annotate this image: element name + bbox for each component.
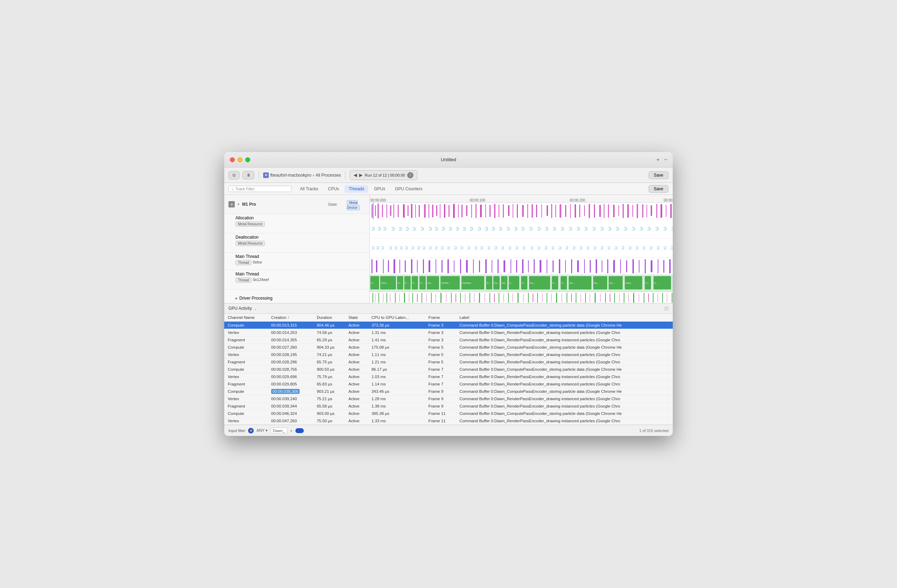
gpu-activity-title: GPU Activity: [228, 306, 252, 311]
svg-rect-67: [670, 204, 672, 218]
col-frame[interactable]: Frame: [425, 314, 456, 322]
add-tab-button[interactable]: +: [656, 157, 660, 163]
prev-run-button[interactable]: ◀: [354, 172, 357, 178]
table-row[interactable]: Fragment00:00.029,80565.83 μsActive1.14 …: [224, 381, 673, 388]
cell-label: Command Buffer 0:Dawn_ComputePassEncoder…: [456, 366, 673, 373]
cell-label: Command Buffer 0:Dawn_ComputePassEncoder…: [456, 410, 673, 417]
track-row-main-thread-1[interactable]: Main Thread Thread 0xfce: [224, 253, 369, 270]
track-row-m1pro[interactable]: ⊞ ▼ M1 Pro State Metal Device: [224, 195, 369, 214]
info-button[interactable]: i: [407, 172, 413, 178]
svg-text:Ͽ: Ͽ: [607, 245, 611, 251]
save-button[interactable]: Save: [649, 172, 669, 179]
table-row[interactable]: Compute00:00.013,315904.46 μsActive373.3…: [224, 322, 673, 329]
svg-rect-52: [599, 205, 601, 217]
tab-all-tracks[interactable]: All Tracks: [296, 185, 322, 193]
svg-rect-294: [517, 293, 519, 303]
cell-duration: 65.58 μs: [313, 403, 345, 410]
svg-text:Com...: Com...: [625, 282, 633, 284]
resize-handle[interactable]: ⊡: [664, 306, 669, 311]
table-row[interactable]: Fragment00:00.039,34465.58 μsActive1.38 …: [224, 403, 673, 410]
table-row[interactable]: Compute00:00.038,306903.21 μsActive343.4…: [224, 388, 673, 395]
track-row-deallocation[interactable]: Deallocation Metal Resource: [224, 233, 369, 253]
cell-frame: Frame 5: [425, 351, 456, 358]
table-row[interactable]: Compute00:00.046,324903.00 μsActive395.3…: [224, 410, 673, 417]
track-allocation-viz: Ͽ Ͽ Ͽ Ͽ Ͽ Ͽ Ͽ Ͽ Ͽ Ͽ Ͽ Ͽ Ͽ Ͽ Ͽ Ͽ Ͽ: [370, 219, 673, 239]
col-state[interactable]: State: [345, 314, 368, 322]
svg-rect-5: [386, 204, 387, 217]
svg-text:Ͽ: Ͽ: [600, 245, 603, 251]
col-label[interactable]: Label: [456, 314, 673, 322]
svg-text:Ͽ: Ͽ: [429, 245, 432, 251]
table-row[interactable]: Fragment00:00.028,29665.75 μsActive1.21 …: [224, 358, 673, 366]
gpu-activity-expand-icon[interactable]: ⌄: [254, 306, 257, 311]
table-row[interactable]: Compute00:00.027,260904.33 μsActive175.0…: [224, 344, 673, 351]
svg-text:C...: C...: [412, 282, 416, 284]
tab-gpu-counters[interactable]: GPU Counters: [391, 185, 426, 193]
svg-rect-190: [540, 260, 541, 273]
cell-creation: 00:00.029,805: [268, 381, 313, 388]
maximize-button[interactable]: [245, 157, 250, 162]
table-row[interactable]: Vertex00:00.028,19574.21 μsActive1.11 ms…: [224, 351, 673, 358]
play-run-button[interactable]: ▶: [359, 172, 363, 178]
svg-rect-183: [497, 259, 499, 273]
minimize-button[interactable]: [237, 157, 242, 162]
toggle-switch[interactable]: [295, 428, 304, 433]
filter-input[interactable]: Dawn_: [271, 427, 287, 434]
table-row[interactable]: Vertex00:00.014,25374.58 μsActive1.31 ms…: [224, 329, 673, 336]
svg-text:Ͽ: Ͽ: [494, 245, 497, 251]
svg-text:Ͽ: Ͽ: [400, 245, 403, 251]
sidebar-toggle-button[interactable]: −: [664, 157, 667, 163]
col-duration[interactable]: Duration: [313, 314, 345, 322]
svg-rect-322: [653, 293, 654, 303]
table-row[interactable]: Vertex00:00.047,26075.50 μsActive1.33 ms…: [224, 417, 673, 425]
svg-rect-193: [559, 259, 560, 273]
cell-creation: 00:00.039,240: [268, 395, 313, 403]
cell-channel: Compute: [224, 388, 268, 395]
cell-cpu_gpu_lat: 1.21 ms: [368, 358, 425, 366]
svg-text:Ͽ: Ͽ: [411, 245, 414, 251]
tab-gpus[interactable]: GPUs: [370, 185, 389, 193]
close-button[interactable]: [230, 157, 235, 162]
cell-label: Command Buffer 0:Dawn_RenderPassEncoder_…: [456, 403, 673, 410]
table-row[interactable]: Vertex00:00.029,69675.79 μsActive1.03 ms…: [224, 373, 673, 381]
cell-cpu_gpu_lat: 175.08 μs: [368, 344, 425, 351]
svg-rect-17: [436, 205, 437, 216]
gpu-activity-table-container[interactable]: Channel Name Creation Duration State CPU…: [224, 314, 673, 425]
svg-rect-272: [412, 293, 413, 303]
any-label: ANY ▾: [257, 428, 267, 433]
col-cpu-gpu-lat[interactable]: CPU to GPU Laten...: [368, 314, 425, 322]
table-row[interactable]: Compute00:00.028,756900.50 μsActive86.17…: [224, 366, 673, 373]
svg-rect-210: [663, 260, 664, 273]
track-filter-input[interactable]: ⌕ Track Filter: [228, 186, 292, 192]
svg-rect-13: [419, 205, 420, 217]
track-row-allocation[interactable]: Allocation Metal Resource: [224, 214, 369, 233]
col-creation[interactable]: Creation: [268, 314, 313, 322]
cell-cpu_gpu_lat: 395.38 μs: [368, 410, 425, 417]
svg-text:Co...: Co...: [530, 282, 535, 284]
track-row-main-thread-2[interactable]: Main Thread Thread 0x124eef: [224, 270, 369, 289]
cell-channel: Fragment: [224, 358, 268, 366]
timeline-ruler: 00:00.000 00:00.100 00:00.200 00:00.300: [370, 195, 673, 202]
svg-text:Ͽ: Ͽ: [467, 245, 470, 251]
save-button-tab[interactable]: Save: [649, 185, 669, 193]
svg-rect-180: [479, 260, 480, 272]
svg-rect-59: [632, 205, 633, 217]
gpu-activity-header: GPU Activity ⌄ ⊡: [224, 303, 673, 314]
col-channel[interactable]: Channel Name: [224, 314, 268, 322]
svg-rect-205: [632, 259, 634, 273]
tab-cpus[interactable]: CPUs: [324, 185, 343, 193]
window-title: Untitled: [441, 157, 456, 162]
back-button[interactable]: ⊙: [228, 171, 240, 179]
tab-threads[interactable]: Threads: [344, 185, 368, 193]
cell-state: Active: [345, 336, 368, 344]
device-icon: 🖥: [263, 172, 269, 178]
table-row[interactable]: Fragment00:00.014,35565.29 μsActive1.41 …: [224, 336, 673, 344]
selection-info: 1 of 315 selected: [639, 429, 669, 433]
svg-rect-313: [610, 294, 611, 302]
svg-rect-324: [662, 293, 663, 303]
pause-button[interactable]: ⏸: [242, 171, 254, 179]
cell-frame: Frame 9: [425, 403, 456, 410]
track-row-driver-processing[interactable]: ▶ Driver Processing: [224, 289, 369, 303]
table-row[interactable]: Vertex00:00.039,24075.21 μsActive1.28 ms…: [224, 395, 673, 403]
pause-icon: ⏸: [246, 173, 251, 178]
